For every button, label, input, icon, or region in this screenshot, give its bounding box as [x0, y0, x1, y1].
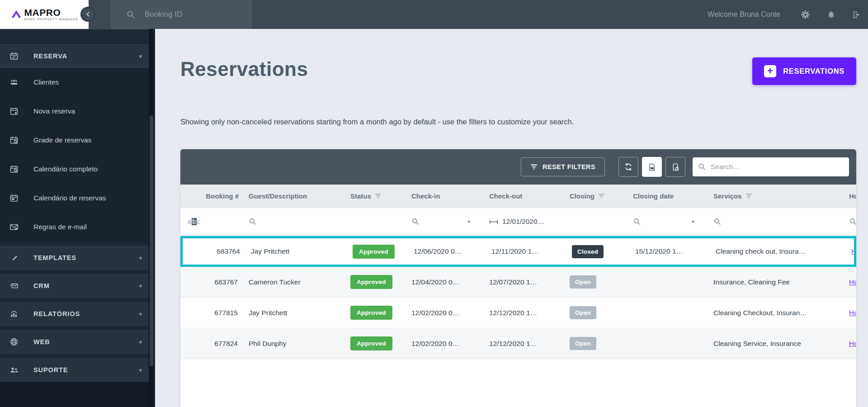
booking-search-region	[111, 0, 252, 29]
logo-brand: MAPRO	[24, 8, 78, 17]
sidebar-item-reserva[interactable]: RESERVA▾	[0, 44, 149, 68]
cell-booking: 683767	[180, 267, 241, 297]
table-row[interactable]: 683767Cameron TuckerApproved12/04/2020 0…	[180, 267, 856, 298]
status-badge: Open	[570, 275, 596, 289]
brush-icon	[9, 253, 19, 262]
logo-tagline: DEMO PROPERTY MANAGER	[24, 18, 78, 21]
filter-check-in[interactable]: ▾	[404, 208, 482, 235]
filter-booking[interactable]: abc	[180, 208, 241, 235]
chevron-down-icon: ▾	[139, 311, 142, 317]
column-header-label: Hou	[849, 192, 856, 200]
cell-status: Approved	[343, 267, 404, 297]
housekeeping-link[interactable]: Hou	[849, 309, 856, 317]
status-badge: Open	[570, 337, 596, 350]
welcome-text: Welcome Bruna Conte	[708, 10, 780, 19]
table-body: 683764Jay PritchettApproved12/06/2020 0……	[180, 236, 856, 359]
sidebar-item-crm[interactable]: CRM▾	[0, 274, 149, 298]
booking-search-input[interactable]	[145, 10, 235, 19]
column-header-closing-date[interactable]: Closing date	[626, 185, 706, 208]
cell-booking: 677824	[180, 328, 241, 359]
filter-servi-os[interactable]	[706, 208, 842, 235]
settings-button[interactable]	[801, 10, 810, 19]
chevron-down-icon: ▾	[139, 283, 142, 289]
housekeeping-link[interactable]: Hou	[849, 340, 856, 348]
sidebar: GERENCIARRESERVA▾ClientesNova reservaGra…	[0, 0, 155, 407]
gear-icon	[801, 10, 810, 19]
app-logo: MAPRO DEMO PROPERTY MANAGER	[0, 0, 89, 29]
table-filter-row: abc▾12/01/2020…▾	[180, 208, 856, 236]
filter-closing-date[interactable]: ▾	[626, 208, 706, 235]
sidebar-item-label: Nova reserva	[33, 107, 142, 115]
chevron-down-icon: ▾	[139, 367, 142, 374]
search-icon	[126, 10, 136, 19]
sidebar-item-templates[interactable]: TEMPLATES▾	[0, 246, 149, 270]
housekeeping-link[interactable]: Hou	[851, 247, 856, 256]
column-header-servi-os[interactable]: Serviços	[706, 185, 842, 208]
filter-check-out[interactable]: 12/01/2020…	[482, 208, 562, 235]
cell-link: Hou	[842, 298, 856, 328]
sidebar-item-web[interactable]: WEB▾	[0, 330, 149, 354]
refresh-button[interactable]	[618, 157, 638, 177]
column-header-booking[interactable]: Booking #	[180, 185, 241, 208]
sidebar-scrollbar-thumb[interactable]	[150, 115, 153, 366]
column-header-check-out[interactable]: Check-out	[482, 185, 562, 208]
sidebar-item-label: RELATÓRIOS	[33, 310, 136, 317]
table-row[interactable]: 677824Phil DunphyApproved12/02/2020 0…12…	[180, 328, 856, 359]
cell-checkout: 12/12/2020 1…	[482, 328, 562, 359]
reset-filters-button[interactable]: RESET FILTERS	[521, 157, 605, 176]
column-header-hou[interactable]: Hou	[842, 185, 856, 208]
column-header-label: Closing date	[633, 192, 674, 200]
add-reservation-button[interactable]: + RESERVATIONS	[752, 57, 856, 85]
table-row[interactable]: 677815Jay PritchettApproved12/02/2020 0……	[180, 298, 856, 328]
sidebar-item-clientes[interactable]: Clientes	[0, 68, 149, 97]
sidebar-item-calend-rio-completo[interactable]: Calendário completo	[0, 155, 149, 184]
sidebar-item-nova-reserva[interactable]: Nova reserva	[0, 97, 149, 126]
cell-checkin: 12/02/2020 0…	[404, 298, 482, 328]
topbar-actions: Welcome Bruna Conte	[708, 0, 861, 29]
sidebar-item-label: WEB	[33, 338, 136, 345]
logout-button[interactable]	[852, 10, 861, 19]
magnifier-icon	[249, 218, 257, 226]
sidebar-item-label: Calendário completo	[33, 165, 142, 173]
sidebar-menu: GERENCIARRESERVA▾ClientesNova reservaGra…	[0, 7, 149, 382]
collapse-sidebar-button[interactable]	[80, 7, 95, 22]
filter-status	[343, 208, 404, 235]
calendar-check-icon	[9, 52, 19, 61]
column-header-closing[interactable]: Closing	[562, 185, 626, 208]
sidebar-item-label: SUPORTE	[33, 366, 136, 374]
cell-checkin: 12/02/2020 0…	[404, 328, 482, 359]
logout-icon	[852, 10, 861, 19]
cell-guest: Jay Pritchett	[244, 238, 345, 265]
export-device-button[interactable]	[665, 157, 685, 177]
globe-icon	[9, 337, 19, 346]
sidebar-item-label: TEMPLATES	[33, 254, 136, 261]
table-search-input[interactable]	[693, 157, 849, 176]
sidebar-item-grade-de-reservas[interactable]: Grade de reservas	[0, 126, 149, 155]
refresh-icon	[624, 162, 633, 171]
cell-closing: Open	[562, 267, 626, 297]
column-header-guest-description[interactable]: Guest/Description	[241, 185, 343, 208]
column-header-label: Booking #	[206, 192, 239, 200]
sidebar-item-label: RESERVA	[33, 52, 136, 60]
column-header-status[interactable]: Status	[343, 185, 404, 208]
notifications-button[interactable]	[827, 10, 835, 19]
cell-booking: 683764	[183, 238, 244, 265]
filter-hou[interactable]	[842, 208, 856, 235]
cell-servicos: Cleaning Service, Insurance	[706, 328, 842, 359]
column-header-label: Status	[350, 192, 371, 200]
sidebar-item-relat-rios[interactable]: RELATÓRIOS▾	[0, 302, 149, 326]
column-header-check-in[interactable]: Check-in	[404, 185, 482, 208]
bell-icon	[827, 10, 835, 19]
cell-servicos: Insurance, Cleaning Fee	[706, 267, 842, 297]
sidebar-item-regras-de-e-mail[interactable]: Regras de e-mail	[0, 213, 149, 241]
page-subtitle: Showing only non-canceled reservations s…	[180, 118, 574, 126]
housekeeping-link[interactable]: Hou	[849, 278, 856, 286]
cell-checkout: 12/07/2020 1…	[482, 267, 562, 297]
sidebar-item-calend-rio-de-reservas[interactable]: Calendário de reservas	[0, 184, 149, 213]
table-row-highlighted[interactable]: 683764Jay PritchettApproved12/06/2020 0……	[180, 236, 856, 267]
magnifier-icon	[849, 218, 856, 226]
filter-guest-description[interactable]	[241, 208, 343, 235]
sidebar-item-suporte[interactable]: SUPORTE▾	[0, 358, 149, 382]
export-file-button[interactable]	[642, 157, 662, 177]
status-badge: Approved	[353, 245, 395, 259]
